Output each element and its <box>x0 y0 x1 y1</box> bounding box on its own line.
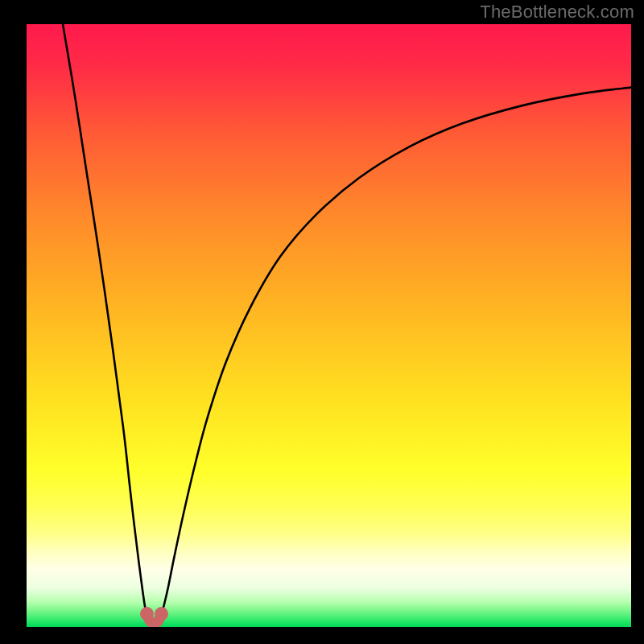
chart-svg <box>27 24 631 627</box>
marker-valley-left <box>140 607 154 621</box>
marker-valley-right <box>155 607 168 621</box>
plot-area <box>27 24 631 627</box>
watermark-text: TheBottleneck.com <box>480 2 634 23</box>
outer-frame: TheBottleneck.com <box>0 0 644 644</box>
gradient-background <box>27 24 631 627</box>
